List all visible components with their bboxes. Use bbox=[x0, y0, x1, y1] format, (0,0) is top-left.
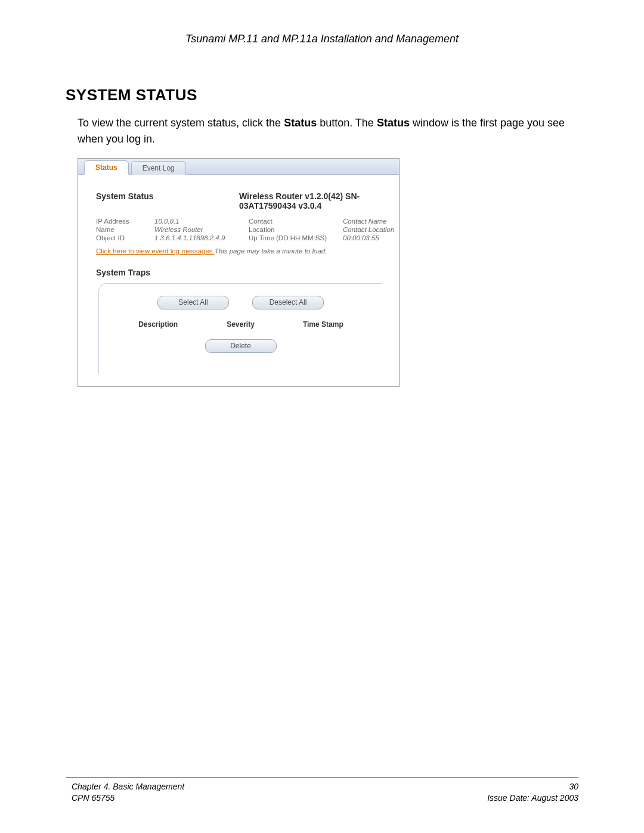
col-severity: Severity bbox=[199, 320, 281, 329]
ip-address-label: IP Address bbox=[96, 218, 150, 225]
uptime-value: 00:00:03:55 bbox=[343, 234, 414, 241]
document-page: Tsunami MP.11 and MP.11a Installation an… bbox=[0, 0, 644, 833]
tab-bar: Status Event Log bbox=[78, 159, 399, 175]
deselect-all-button[interactable]: Deselect All bbox=[252, 296, 324, 309]
status-panel: System Status Wireless Router v1.2.0(42)… bbox=[78, 175, 399, 386]
info-grid: IP Address 10.0.0.1 Contact Contact Name… bbox=[96, 218, 382, 241]
traps-button-row-top: Select All Deselect All bbox=[99, 296, 382, 309]
event-log-note: This page may take a minute to load. bbox=[215, 247, 327, 255]
col-description: Description bbox=[117, 320, 199, 329]
footer-cpn: CPN 65755 bbox=[72, 792, 184, 804]
traps-button-row-bottom: Delete bbox=[99, 339, 382, 353]
body-bold-status-1: Status bbox=[284, 117, 317, 129]
location-label: Location bbox=[249, 226, 338, 233]
footer-left: Chapter 4. Basic Management CPN 65755 bbox=[72, 781, 184, 804]
footer-right: 30 Issue Date: August 2003 bbox=[487, 781, 578, 804]
body-paragraph: To view the current system status, click… bbox=[78, 115, 578, 147]
document-header: Tsunami MP.11 and MP.11a Installation an… bbox=[66, 33, 578, 45]
body-text-mid: button. The bbox=[317, 117, 377, 129]
name-label: Name bbox=[96, 226, 150, 233]
system-traps-title: System Traps bbox=[96, 268, 382, 277]
system-status-title: System Status bbox=[96, 191, 153, 210]
object-id-value: 1.3.6.1.4.1.11898.2.4.9 bbox=[154, 234, 244, 241]
section-heading: SYSTEM STATUS bbox=[66, 86, 578, 104]
event-log-line: Click here to view event log messages.Th… bbox=[96, 247, 382, 255]
footer-chapter: Chapter 4. Basic Management bbox=[72, 781, 184, 793]
tab-event-log[interactable]: Event Log bbox=[131, 161, 186, 175]
ip-address-value: 10.0.0.1 bbox=[154, 218, 244, 225]
object-id-label: Object ID bbox=[96, 234, 150, 241]
device-version: Wireless Router v1.2.0(42) SN-03AT175904… bbox=[239, 191, 382, 210]
tab-status[interactable]: Status bbox=[84, 160, 129, 175]
footer-rule bbox=[66, 778, 578, 778]
status-header-row: System Status Wireless Router v1.2.0(42)… bbox=[96, 191, 382, 210]
col-time-stamp: Time Stamp bbox=[282, 320, 364, 329]
name-value: Wireless Router bbox=[154, 226, 244, 233]
footer-issue-date: Issue Date: August 2003 bbox=[487, 792, 578, 804]
body-text-prefix: To view the current system status, click… bbox=[78, 117, 284, 129]
select-all-button[interactable]: Select All bbox=[157, 296, 229, 309]
page-footer: Chapter 4. Basic Management CPN 65755 30… bbox=[72, 781, 578, 804]
footer-page-number: 30 bbox=[487, 781, 578, 793]
event-log-link[interactable]: Click here to view event log messages. bbox=[96, 247, 215, 255]
body-bold-status-2: Status bbox=[377, 117, 410, 129]
traps-table-headers: Description Severity Time Stamp bbox=[117, 320, 364, 329]
contact-label: Contact bbox=[249, 218, 338, 225]
delete-button[interactable]: Delete bbox=[205, 339, 277, 353]
uptime-label: Up Time (DD:HH:MM:SS) bbox=[249, 234, 338, 241]
status-window-screenshot: Status Event Log System Status Wireless … bbox=[78, 158, 400, 387]
contact-value: Contact Name bbox=[343, 218, 414, 225]
location-value: Contact Location bbox=[343, 226, 414, 233]
traps-panel: Select All Deselect All Description Seve… bbox=[98, 283, 382, 374]
